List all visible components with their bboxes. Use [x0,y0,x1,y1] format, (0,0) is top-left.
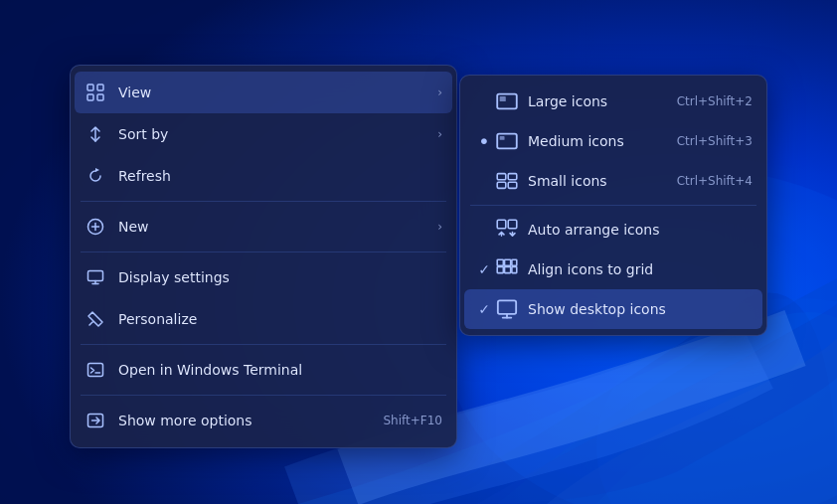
menu-item-display-settings[interactable]: Display settings [71,256,456,298]
svg-rect-6 [97,94,103,100]
submenu-item-show-desktop[interactable]: ✓ Show desktop icons [464,289,762,329]
show-desktop-check: ✓ [474,301,494,317]
svg-rect-21 [497,259,503,265]
small-icons-label: Small icons [528,173,677,189]
new-arrow: › [437,220,442,234]
svg-rect-11 [497,94,517,109]
submenu-item-align-grid[interactable]: ✓ Align icons to grid [460,250,766,289]
terminal-icon [84,359,106,381]
large-icons-label: Large icons [528,93,677,109]
large-icons-shortcut: Ctrl+Shift+2 [677,94,753,108]
svg-rect-14 [500,136,505,140]
new-label: New [118,219,429,235]
svg-rect-4 [97,84,103,90]
small-icons-icon [496,170,518,192]
menu-item-terminal[interactable]: Open in Windows Terminal [71,349,456,391]
refresh-label: Refresh [118,168,442,184]
submenu-item-large-icons[interactable]: Large icons Ctrl+Shift+2 [460,82,766,121]
show-desktop-label: Show desktop icons [528,301,753,317]
svg-rect-16 [508,174,517,180]
align-grid-icon [496,258,518,280]
submenu-item-auto-arrange[interactable]: Auto arrange icons [460,210,766,250]
svg-rect-5 [87,94,93,100]
sort-icon [84,123,106,145]
svg-rect-19 [497,220,506,229]
view-arrow: › [437,85,442,99]
view-submenu: Large icons Ctrl+Shift+2 • Medium icons … [459,75,767,336]
menu-item-view[interactable]: View › [75,72,452,113]
context-menu-wrapper: View › Sort by › Refresh [70,65,767,448]
svg-rect-18 [508,182,517,188]
medium-icons-shortcut: Ctrl+Shift+3 [677,134,753,148]
view-label: View [118,84,429,100]
svg-rect-8 [88,271,103,281]
display-settings-label: Display settings [118,269,442,285]
personalize-label: Personalize [118,311,442,327]
large-icons-icon [496,90,518,112]
more-options-shortcut: Shift+F10 [383,414,442,427]
svg-rect-15 [497,174,506,180]
medium-icons-label: Medium icons [528,133,677,149]
menu-item-personalize[interactable]: Personalize [71,298,456,340]
svg-rect-17 [497,182,506,188]
separator-4 [81,395,446,396]
terminal-label: Open in Windows Terminal [118,362,442,378]
submenu-separator [470,205,756,206]
menu-item-more-options[interactable]: Show more options Shift+F10 [71,400,456,441]
svg-rect-3 [87,84,93,90]
svg-rect-13 [497,134,517,149]
align-grid-label: Align icons to grid [528,261,753,277]
submenu-item-medium-icons[interactable]: • Medium icons Ctrl+Shift+3 [460,121,766,161]
menu-item-sort-by[interactable]: Sort by › [71,113,456,155]
view-icon [84,82,106,103]
svg-rect-23 [512,259,517,265]
menu-item-new[interactable]: New › [71,206,456,248]
medium-icons-icon [496,130,518,152]
context-menu: View › Sort by › Refresh [70,65,457,448]
separator-2 [81,252,446,252]
medium-icons-check: • [474,129,494,153]
auto-arrange-icon [496,219,518,241]
svg-rect-12 [500,96,506,101]
show-desktop-icon [496,298,518,320]
svg-rect-22 [505,259,511,265]
sort-by-label: Sort by [118,126,429,142]
svg-rect-24 [497,267,503,273]
svg-rect-27 [498,300,516,313]
auto-arrange-label: Auto arrange icons [528,222,753,238]
svg-rect-9 [88,364,103,377]
svg-rect-25 [505,267,511,273]
more-icon [84,410,106,431]
refresh-icon [84,165,106,187]
small-icons-shortcut: Ctrl+Shift+4 [677,174,753,188]
submenu-item-small-icons[interactable]: Small icons Ctrl+Shift+4 [460,161,766,201]
display-icon [84,266,106,288]
new-icon [84,216,106,238]
svg-rect-20 [508,220,517,229]
separator-3 [81,344,446,345]
separator-1 [81,201,446,202]
menu-item-refresh[interactable]: Refresh [71,155,456,197]
svg-rect-26 [512,267,517,273]
align-grid-check: ✓ [474,261,494,277]
personalize-icon [84,308,106,330]
more-options-label: Show more options [118,413,375,428]
sort-by-arrow: › [437,127,442,141]
